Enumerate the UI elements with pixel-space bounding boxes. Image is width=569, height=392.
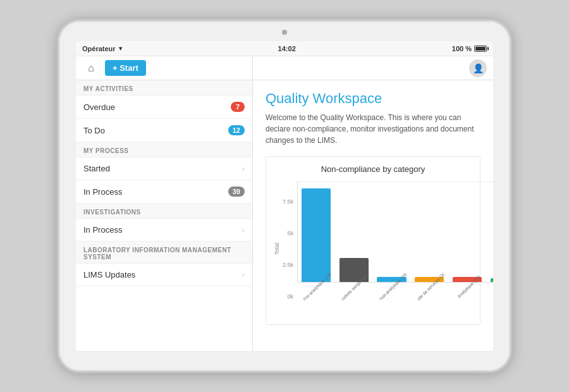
sidebar-item-started[interactable]: Started › — [76, 157, 252, 180]
lims-header: LABORATORY INFORMATION MANAGEMENT SYSTEM — [76, 242, 252, 264]
sidebar-item-overdue[interactable]: Overdue 7 — [76, 95, 252, 119]
bar-group — [298, 188, 334, 282]
profile-icon[interactable]: 👤 — [469, 59, 487, 77]
camera — [282, 30, 287, 35]
sidebar-item-in-process[interactable]: In Process 39 — [76, 180, 252, 204]
in-process-badge: 39 — [228, 187, 245, 197]
status-left: Opérateur ▾ — [82, 45, 122, 52]
y-axis-value-1: 5k — [288, 230, 294, 236]
sidebar-item-todo[interactable]: To Do 12 — [76, 119, 252, 142]
chart-with-yaxis: Total 7.5k 5k 2.5k 0k — [274, 181, 472, 317]
chart-title: Non-compliance by category — [274, 164, 472, 174]
lims-updates-label: LIMS Updates — [83, 270, 135, 279]
started-chevron: › — [242, 164, 245, 173]
in-process-label: In Process — [83, 187, 122, 197]
y-axis-label: Total — [274, 243, 280, 255]
battery-label: 100 % — [452, 45, 472, 52]
my-activities-header: MY ACTIVITIES — [76, 80, 252, 95]
tablet-screen: Opérateur ▾ 14:02 100 % ⌂ + Start — [76, 41, 493, 351]
y-axis-section: Total 7.5k 5k 2.5k 0k — [274, 199, 297, 300]
chart-inner: Pre-analytique (13)Produits sanguins (..… — [297, 181, 493, 317]
investigations-chevron: › — [242, 225, 245, 235]
tablet-shell: Opérateur ▾ 14:02 100 % ⌂ + Start — [57, 19, 512, 373]
carrier-label: Opérateur — [82, 45, 116, 52]
investigations-in-process-label: In Process — [83, 225, 122, 235]
sidebar-toolbar: ⌂ + Start — [76, 56, 252, 80]
overdue-label: Overdue — [83, 102, 115, 112]
bar-5 — [491, 278, 493, 282]
todo-badge: 12 — [228, 125, 245, 135]
battery-fill — [475, 47, 486, 51]
main-content: Quality Workspace Welcome to the Quality… — [253, 80, 493, 351]
battery-icon — [474, 46, 487, 52]
lims-chevron: › — [242, 270, 245, 279]
status-bar: Opérateur ▾ 14:02 100 % — [76, 41, 493, 56]
started-label: Started — [83, 164, 110, 173]
todo-label: To Do — [83, 126, 105, 135]
chart-container: Non-compliance by category Total 7.5k 5k… — [266, 156, 480, 325]
sidebar-item-investigations-in-process[interactable]: In Process › — [76, 219, 252, 242]
x-labels: Pre-analytique (13)Produits sanguins (..… — [297, 285, 493, 317]
sidebar: ⌂ + Start MY ACTIVITIES Overdue 7 To Do … — [76, 56, 253, 351]
quality-workspace-description: Welcome to the Quality Workspace. This i… — [266, 112, 480, 146]
app-area: ⌂ + Start MY ACTIVITIES Overdue 7 To Do … — [76, 56, 493, 351]
home-button[interactable]: ⌂ — [82, 59, 100, 77]
start-button[interactable]: + Start — [105, 60, 146, 76]
status-right: 100 % — [452, 45, 487, 52]
bar-0 — [302, 188, 331, 282]
overdue-badge: 7 — [231, 102, 245, 112]
status-time: 14:02 — [278, 45, 296, 52]
y-axis: 7.5k 5k 2.5k 0k — [283, 199, 297, 300]
investigations-header: INVESTIGATIONS — [76, 204, 252, 219]
quality-workspace-title: Quality Workspace — [266, 90, 480, 107]
bars-area — [297, 181, 493, 283]
wifi-icon: ▾ — [119, 45, 122, 52]
sidebar-item-lims-updates[interactable]: LIMS Updates › — [76, 264, 252, 286]
y-axis-value-0: 7.5k — [283, 199, 293, 205]
y-axis-value-3: 0k — [288, 293, 294, 300]
y-axis-value-2: 2.5k — [283, 262, 293, 268]
my-process-header: MY PROCESS — [76, 142, 252, 157]
